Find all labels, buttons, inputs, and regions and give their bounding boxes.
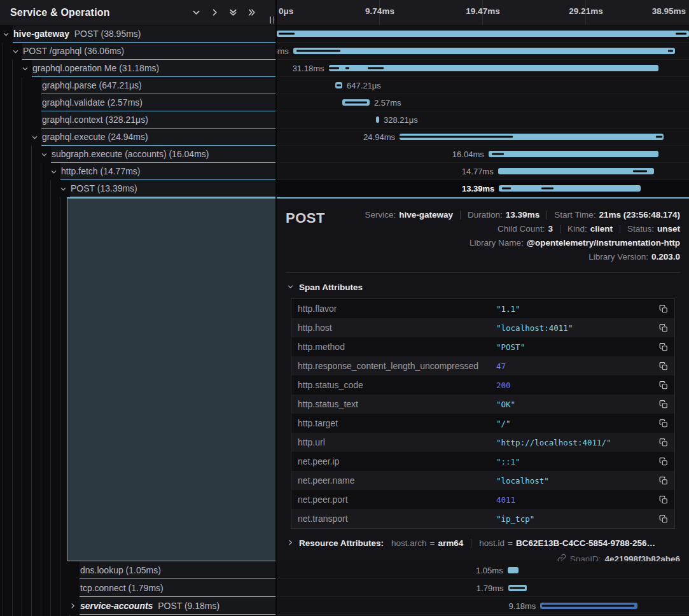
- copy-icon[interactable]: [653, 381, 674, 390]
- span-row[interactable]: dns.lookup (1.05ms)1.05ms: [0, 561, 689, 579]
- span-row[interactable]: POST (13.39ms)13.39ms: [0, 180, 689, 197]
- span-bar[interactable]: [489, 151, 658, 157]
- attribute-key: net.transport: [291, 514, 496, 524]
- span-row[interactable]: tcp.connect (1.79ms)1.79ms: [0, 579, 689, 597]
- span-row[interactable]: graphql.context (328.21μs)328.21μs: [0, 111, 689, 129]
- resource-key: host.arch: [391, 538, 427, 548]
- copy-icon[interactable]: [653, 419, 674, 428]
- span-duration-label: 14.77ms: [462, 167, 494, 176]
- attribute-value: "POST": [496, 342, 653, 352]
- overview-value: @opentelemetry/instrumentation-http: [527, 237, 680, 249]
- span-row[interactable]: graphql.parse (647.21μs)647.21μs: [0, 77, 689, 94]
- copy-icon[interactable]: [653, 438, 674, 447]
- chevron-down-icon[interactable]: [40, 150, 48, 158]
- copy-icon[interactable]: [653, 400, 674, 409]
- attribute-key: net.peer.ip: [291, 456, 496, 466]
- overview-label: Child Count:: [498, 223, 545, 235]
- tree-header-icons: [191, 0, 256, 25]
- overview-label: Status:: [627, 223, 654, 235]
- indent-guide: [12, 579, 13, 597]
- chevron-down-icon[interactable]: [2, 30, 10, 38]
- chevron-down-icon[interactable]: [11, 47, 20, 55]
- copy-icon[interactable]: [653, 495, 674, 505]
- copy-icon[interactable]: [653, 342, 674, 352]
- span-bar-lane: 9.18ms: [277, 597, 689, 615]
- indent-guide: [12, 597, 13, 615]
- span-bar[interactable]: [335, 82, 342, 88]
- attribute-key: net.peer.port: [291, 494, 496, 505]
- overview-label: Kind:: [567, 223, 587, 235]
- span-row[interactable]: graphql.operation Me (31.18ms)31.18ms: [0, 60, 689, 77]
- indent-guide: [31, 197, 32, 561]
- span-row-label: POST (13.39ms): [70, 183, 137, 193]
- overview-label: Start Time:: [554, 209, 595, 221]
- span-bar[interactable]: [293, 48, 675, 54]
- indent-guide: [31, 180, 32, 197]
- chevron-down-icon[interactable]: [191, 8, 201, 18]
- span-bar[interactable]: [540, 603, 637, 609]
- timeline-tick: 38.95ms: [652, 6, 686, 16]
- indent-guide: [12, 180, 13, 197]
- indent-guide: [22, 197, 22, 561]
- copy-icon[interactable]: [653, 361, 674, 371]
- detail-divider: [286, 272, 680, 273]
- column-resize-grip[interactable]: [270, 17, 274, 24]
- indent-guide: [22, 163, 22, 180]
- copy-icon[interactable]: [653, 323, 674, 333]
- chevron-down-icon[interactable]: [59, 185, 67, 193]
- double-chevron-down-icon[interactable]: [228, 8, 238, 18]
- double-chevron-right-icon[interactable]: [246, 8, 256, 18]
- indent-guide: [3, 94, 3, 111]
- indent-guide: [41, 163, 41, 180]
- span-bar[interactable]: [342, 99, 370, 106]
- chevron-right-icon[interactable]: [69, 602, 77, 610]
- span-bar[interactable]: [277, 31, 689, 37]
- attribute-row: net.peer.ip"::1": [291, 452, 674, 471]
- chevron-down-icon[interactable]: [50, 167, 58, 176]
- attribute-key: http.host: [291, 323, 496, 333]
- span-row-label: graphql.operation Me (31.18ms): [32, 63, 159, 73]
- span-duration-label: 9.18ms: [509, 601, 536, 610]
- span-attributes-header[interactable]: Span Attributes: [287, 281, 680, 293]
- attribute-row: net.transport"ip_tcp": [291, 509, 674, 528]
- span-row[interactable]: service-accounts POST (9.18ms)9.18ms: [0, 597, 689, 615]
- detail-header: POST Service:hive-gatewayDuration:13.39m…: [286, 206, 680, 263]
- attribute-value: "/": [496, 419, 653, 428]
- span-bar-lane: 31.18ms: [277, 60, 689, 77]
- span-bar[interactable]: [508, 567, 518, 573]
- span-bar-lane: 647.21μs: [277, 77, 689, 94]
- selected-span-block: [67, 197, 275, 561]
- indent-guide: [3, 180, 3, 197]
- copy-icon[interactable]: [653, 476, 674, 486]
- span-row[interactable]: graphql.validate (2.57ms)2.57ms: [0, 94, 689, 111]
- span-bar[interactable]: [376, 116, 379, 123]
- self-time-notch: [345, 67, 349, 69]
- self-time-notch: [668, 50, 673, 52]
- span-row[interactable]: http.fetch (14.77ms)14.77ms: [0, 163, 689, 180]
- chevron-right-icon[interactable]: [209, 8, 219, 18]
- span-bar[interactable]: [329, 65, 659, 71]
- span-row[interactable]: subgraph.execute (accounts) (16.04ms)16.…: [0, 146, 689, 163]
- span-row[interactable]: POST /graphql (36.06ms)36.06ms: [0, 43, 689, 60]
- copy-icon[interactable]: [653, 304, 674, 314]
- chevron-down-icon[interactable]: [21, 64, 29, 73]
- copy-icon[interactable]: [653, 457, 674, 466]
- attribute-row: http.method"POST": [291, 337, 674, 356]
- span-bar[interactable]: [499, 185, 641, 192]
- chevron-down-icon[interactable]: [31, 133, 39, 141]
- resource-attributes-row[interactable]: Resource Attributes:host.arch=arm64host.…: [287, 538, 680, 548]
- span-bar[interactable]: [508, 585, 527, 591]
- span-bar[interactable]: [498, 168, 655, 174]
- attribute-key: http.response_content_length_uncompresse…: [291, 361, 496, 371]
- link-icon[interactable]: [557, 554, 570, 561]
- span-overview: Service:hive-gatewayDuration:13.39msStar…: [325, 206, 680, 263]
- span-bar-lane: 14.77ms: [277, 163, 689, 180]
- span-row[interactable]: hive-gateway POST (38.95ms)38.95ms: [0, 25, 689, 43]
- span-row[interactable]: graphql.execute (24.94ms)24.94ms: [0, 129, 689, 146]
- attribute-key: net.peer.name: [291, 475, 496, 486]
- indent-guide: [41, 180, 41, 197]
- span-bar-lane: 38.95ms: [277, 25, 689, 43]
- span-bar[interactable]: [400, 134, 664, 140]
- copy-icon[interactable]: [653, 514, 674, 524]
- overview-label: Library Name:: [470, 237, 524, 249]
